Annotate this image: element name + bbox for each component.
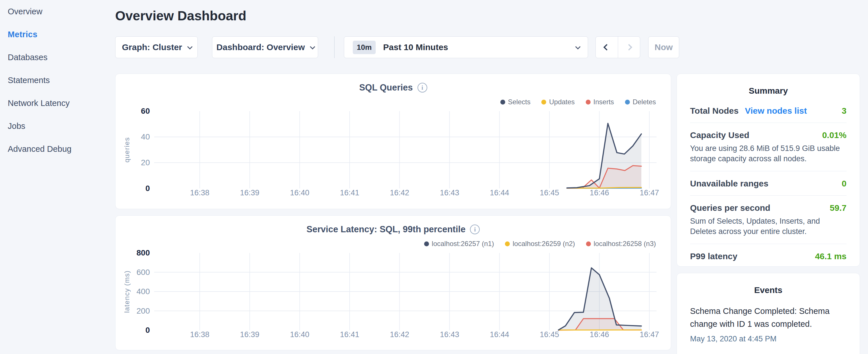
summary-value: 0 (842, 179, 846, 189)
svg-text:16:39: 16:39 (240, 330, 260, 339)
summary-title: Summary (677, 86, 860, 96)
summary-panel: Summary Total NodesView nodes list3Capac… (677, 74, 860, 267)
time-step-buttons (595, 36, 640, 58)
sidebar-item-network-latency[interactable]: Network Latency (0, 92, 115, 115)
overview-dashboard-page: OverviewMetricsDatabasesStatementsNetwor… (0, 0, 868, 354)
summary-value: 59.7 (830, 203, 846, 213)
summary-label: Total Nodes (690, 106, 739, 116)
chevron-down-icon (575, 44, 580, 49)
summary-desc: Sum of Selects, Updates, Inserts, and De… (690, 216, 846, 237)
time-prev-button[interactable] (596, 37, 618, 58)
sidebar-item-jobs[interactable]: Jobs (0, 115, 115, 137)
sidebar: OverviewMetricsDatabasesStatementsNetwor… (0, 0, 115, 160)
svg-text:16:42: 16:42 (390, 330, 409, 339)
summary-desc: You are using 28.6 MiB of 515.9 GiB usab… (690, 143, 846, 164)
svg-text:latency (ms): latency (ms) (123, 270, 131, 313)
svg-text:16:44: 16:44 (490, 330, 509, 339)
time-next-button[interactable] (618, 37, 640, 58)
summary-row: P99 latency46.1 ms (690, 244, 846, 268)
svg-text:600: 600 (136, 268, 150, 277)
svg-text:16:38: 16:38 (190, 189, 210, 197)
service-latency-chart[interactable]: 16:3816:3916:4016:4116:4216:4316:4416:45… (116, 216, 672, 351)
svg-text:0: 0 (145, 184, 150, 193)
svg-text:16:41: 16:41 (340, 189, 359, 197)
svg-text:16:39: 16:39 (240, 189, 260, 197)
sidebar-item-statements[interactable]: Statements (0, 69, 115, 92)
chevron-right-icon (626, 44, 632, 51)
event-text: Schema Change Completed: Schema change w… (690, 305, 848, 330)
summary-rows: Total NodesView nodes list3Capacity Used… (690, 99, 846, 268)
svg-text:queries: queries (123, 137, 131, 162)
svg-text:60: 60 (141, 106, 150, 116)
sql-queries-chart-card: SQL Queries i SelectsUpdatesInsertsDelet… (115, 74, 671, 209)
time-range-label: Past 10 Minutes (383, 42, 448, 52)
svg-text:16:43: 16:43 (440, 330, 459, 339)
svg-text:16:45: 16:45 (540, 330, 559, 339)
svg-text:16:47: 16:47 (640, 330, 659, 339)
svg-text:16:45: 16:45 (540, 189, 559, 197)
dashboard-dropdown-label: Dashboard: Overview (216, 42, 305, 52)
summary-label: Unavailable ranges (690, 179, 768, 189)
summary-value: 3 (842, 106, 846, 116)
summary-row: Unavailable ranges0 (690, 171, 846, 195)
summary-label: P99 latency (690, 252, 737, 261)
sidebar-item-overview[interactable]: Overview (0, 0, 115, 23)
summary-value: 0.01% (822, 130, 846, 140)
summary-label: Queries per second (690, 203, 770, 213)
svg-text:16:43: 16:43 (440, 189, 459, 197)
svg-text:20: 20 (141, 158, 150, 167)
svg-text:400: 400 (136, 287, 150, 296)
dashboard-dropdown[interactable]: Dashboard: Overview (212, 36, 318, 58)
svg-text:16:41: 16:41 (340, 330, 359, 339)
svg-text:16:38: 16:38 (190, 330, 210, 339)
events-panel: Events Schema Change Completed: Schema c… (677, 273, 860, 354)
svg-text:40: 40 (141, 132, 150, 141)
chevron-down-icon (310, 44, 315, 49)
now-button[interactable]: Now (648, 36, 679, 58)
events-title: Events (677, 285, 860, 295)
summary-label: Capacity Used (690, 130, 749, 140)
sidebar-item-metrics[interactable]: Metrics (0, 23, 115, 46)
page-title: Overview Dashboard (115, 8, 246, 24)
summary-value: 46.1 ms (815, 252, 846, 261)
sql-queries-chart[interactable]: 16:3816:3916:4016:4116:4216:4316:4416:45… (116, 74, 672, 210)
svg-text:16:46: 16:46 (590, 189, 609, 197)
service-latency-chart-card: Service Latency: SQL, 99th percentile i … (115, 215, 671, 350)
summary-row: Total NodesView nodes list3 (690, 99, 846, 123)
svg-text:16:44: 16:44 (490, 189, 509, 197)
svg-text:200: 200 (136, 307, 150, 315)
chevron-left-icon (603, 44, 610, 51)
svg-text:16:40: 16:40 (290, 189, 309, 197)
graph-dropdown-label: Graph: Cluster (122, 42, 182, 52)
svg-text:16:42: 16:42 (390, 189, 409, 197)
time-range-badge: 10m (353, 41, 376, 54)
sidebar-item-advanced-debug[interactable]: Advanced Debug (0, 137, 115, 160)
svg-text:0: 0 (145, 326, 150, 334)
summary-row: Queries per second59.7Sum of Selects, Up… (690, 195, 846, 244)
view-nodes-list-link[interactable]: View nodes list (745, 106, 807, 116)
toolbar-divider (334, 36, 335, 58)
events-list: Schema Change Completed: Schema change w… (690, 305, 848, 344)
chevron-down-icon (187, 44, 192, 49)
event-timestamp: May 13, 2020 at 4:45 PM (690, 334, 848, 344)
svg-text:800: 800 (136, 248, 150, 257)
svg-text:16:46: 16:46 (590, 330, 609, 339)
graph-dropdown[interactable]: Graph: Cluster (115, 36, 198, 58)
svg-text:16:40: 16:40 (290, 330, 309, 339)
svg-text:16:47: 16:47 (640, 189, 659, 197)
time-range-dropdown[interactable]: 10m Past 10 Minutes (344, 36, 588, 58)
sidebar-item-databases[interactable]: Databases (0, 46, 115, 69)
summary-row: Capacity Used0.01%You are using 28.6 MiB… (690, 123, 846, 171)
